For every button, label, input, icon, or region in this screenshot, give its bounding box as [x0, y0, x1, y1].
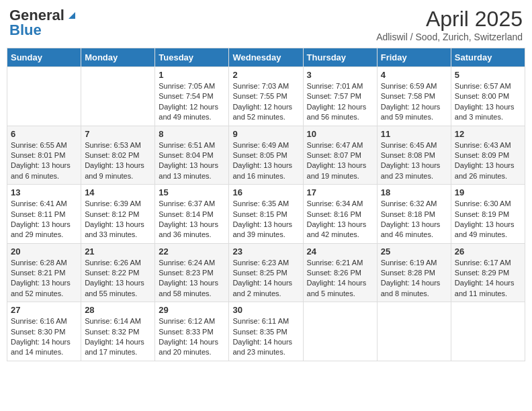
day-info: Sunrise: 6:19 AM Sunset: 8:28 PM Dayligh…: [381, 258, 447, 300]
day-number: 1: [159, 70, 225, 80]
calendar-cell: 7Sunrise: 6:53 AM Sunset: 8:02 PM Daylig…: [81, 126, 155, 185]
day-of-week-header: Tuesday: [155, 48, 229, 67]
day-number: 4: [381, 70, 447, 80]
logo-blue-text: Blue: [9, 21, 42, 39]
day-of-week-header: Thursday: [303, 48, 377, 67]
day-number: 17: [307, 187, 373, 197]
day-number: 11: [381, 129, 447, 139]
day-number: 19: [455, 187, 521, 197]
svg-marker-0: [69, 12, 75, 19]
day-info: Sunrise: 6:12 AM Sunset: 8:33 PM Dayligh…: [159, 316, 225, 358]
calendar-cell: 15Sunrise: 6:37 AM Sunset: 8:14 PM Dayli…: [155, 185, 229, 244]
day-number: 22: [159, 246, 225, 257]
calendar-cell: [451, 302, 525, 361]
day-number: 25: [381, 246, 447, 257]
day-number: 13: [11, 187, 77, 197]
calendar-cell: 28Sunrise: 6:14 AM Sunset: 8:32 PM Dayli…: [81, 302, 155, 361]
page-header: General Blue April 2025 Adliswil / Sood,…: [7, 7, 525, 42]
calendar-cell: 29Sunrise: 6:12 AM Sunset: 8:33 PM Dayli…: [155, 302, 229, 361]
day-number: 27: [11, 305, 77, 315]
calendar-cell: 4Sunrise: 6:59 AM Sunset: 7:58 PM Daylig…: [377, 67, 451, 126]
calendar-cell: 30Sunrise: 6:11 AM Sunset: 8:35 PM Dayli…: [229, 302, 303, 361]
calendar-cell: 23Sunrise: 6:23 AM Sunset: 8:25 PM Dayli…: [229, 243, 303, 302]
day-info: Sunrise: 6:35 AM Sunset: 8:15 PM Dayligh…: [232, 199, 299, 240]
calendar-cell: 27Sunrise: 6:16 AM Sunset: 8:30 PM Dayli…: [7, 302, 81, 361]
calendar-cell: 6Sunrise: 6:55 AM Sunset: 8:01 PM Daylig…: [7, 126, 81, 185]
calendar-cell: 11Sunrise: 6:45 AM Sunset: 8:08 PM Dayli…: [377, 126, 451, 185]
location-subtitle: Adliswil / Sood, Zurich, Switzerland: [376, 32, 523, 42]
day-info: Sunrise: 6:49 AM Sunset: 8:05 PM Dayligh…: [232, 140, 299, 182]
day-info: Sunrise: 6:34 AM Sunset: 8:16 PM Dayligh…: [307, 199, 373, 240]
day-number: 10: [307, 129, 373, 139]
day-info: Sunrise: 6:37 AM Sunset: 8:14 PM Dayligh…: [159, 199, 225, 240]
calendar-week-row: 1Sunrise: 7:05 AM Sunset: 7:54 PM Daylig…: [7, 67, 525, 126]
day-number: 8: [159, 129, 225, 139]
calendar-cell: 25Sunrise: 6:19 AM Sunset: 8:28 PM Dayli…: [377, 243, 451, 302]
calendar-cell: 26Sunrise: 6:17 AM Sunset: 8:29 PM Dayli…: [451, 243, 525, 302]
day-info: Sunrise: 7:05 AM Sunset: 7:54 PM Dayligh…: [159, 81, 225, 123]
day-info: Sunrise: 7:01 AM Sunset: 7:57 PM Dayligh…: [307, 81, 373, 123]
calendar-table: SundayMondayTuesdayWednesdayThursdayFrid…: [7, 48, 525, 361]
day-info: Sunrise: 6:26 AM Sunset: 8:22 PM Dayligh…: [85, 258, 151, 300]
day-number: 14: [85, 187, 151, 197]
calendar-cell: 8Sunrise: 6:51 AM Sunset: 8:04 PM Daylig…: [155, 126, 229, 185]
day-info: Sunrise: 6:41 AM Sunset: 8:11 PM Dayligh…: [11, 199, 77, 240]
day-info: Sunrise: 6:45 AM Sunset: 8:08 PM Dayligh…: [381, 140, 447, 182]
day-number: 16: [232, 187, 299, 197]
calendar-cell: 10Sunrise: 6:47 AM Sunset: 8:07 PM Dayli…: [303, 126, 377, 185]
day-number: 12: [455, 129, 521, 139]
calendar-cell: 19Sunrise: 6:30 AM Sunset: 8:19 PM Dayli…: [451, 185, 525, 244]
calendar-cell: 22Sunrise: 6:24 AM Sunset: 8:23 PM Dayli…: [155, 243, 229, 302]
calendar-cell: 24Sunrise: 6:21 AM Sunset: 8:26 PM Dayli…: [303, 243, 377, 302]
day-of-week-header: Monday: [81, 48, 155, 67]
day-number: 15: [159, 187, 225, 197]
day-of-week-header: Sunday: [7, 48, 81, 67]
day-info: Sunrise: 6:32 AM Sunset: 8:18 PM Dayligh…: [381, 199, 447, 240]
day-number: 26: [455, 246, 521, 257]
logo: General Blue: [9, 7, 78, 39]
calendar-cell: 18Sunrise: 6:32 AM Sunset: 8:18 PM Dayli…: [377, 185, 451, 244]
day-info: Sunrise: 6:51 AM Sunset: 8:04 PM Dayligh…: [159, 140, 225, 182]
calendar-cell: 13Sunrise: 6:41 AM Sunset: 8:11 PM Dayli…: [7, 185, 81, 244]
day-number: 30: [232, 305, 299, 315]
day-of-week-header: Saturday: [451, 48, 525, 67]
day-info: Sunrise: 6:55 AM Sunset: 8:01 PM Dayligh…: [11, 140, 77, 182]
logo-triangle-icon: [66, 9, 78, 21]
day-info: Sunrise: 6:59 AM Sunset: 7:58 PM Dayligh…: [381, 81, 447, 123]
day-info: Sunrise: 6:30 AM Sunset: 8:19 PM Dayligh…: [455, 199, 521, 240]
day-info: Sunrise: 6:47 AM Sunset: 8:07 PM Dayligh…: [307, 140, 373, 182]
day-number: 24: [307, 246, 373, 257]
calendar-cell: [81, 67, 155, 126]
calendar-cell: 2Sunrise: 7:03 AM Sunset: 7:55 PM Daylig…: [229, 67, 303, 126]
day-number: 7: [85, 129, 151, 139]
day-of-week-header: Wednesday: [229, 48, 303, 67]
calendar-cell: 21Sunrise: 6:26 AM Sunset: 8:22 PM Dayli…: [81, 243, 155, 302]
calendar-cell: 3Sunrise: 7:01 AM Sunset: 7:57 PM Daylig…: [303, 67, 377, 126]
day-info: Sunrise: 6:57 AM Sunset: 8:00 PM Dayligh…: [455, 81, 521, 123]
day-of-week-header: Friday: [377, 48, 451, 67]
calendar-cell: 1Sunrise: 7:05 AM Sunset: 7:54 PM Daylig…: [155, 67, 229, 126]
calendar-cell: 20Sunrise: 6:28 AM Sunset: 8:21 PM Dayli…: [7, 243, 81, 302]
calendar-cell: 12Sunrise: 6:43 AM Sunset: 8:09 PM Dayli…: [451, 126, 525, 185]
calendar-title: April 2025: [376, 7, 523, 32]
day-number: 20: [11, 246, 77, 257]
title-block: April 2025 Adliswil / Sood, Zurich, Swit…: [376, 7, 523, 42]
calendar-cell: 9Sunrise: 6:49 AM Sunset: 8:05 PM Daylig…: [229, 126, 303, 185]
calendar-cell: 14Sunrise: 6:39 AM Sunset: 8:12 PM Dayli…: [81, 185, 155, 244]
calendar-header-row: SundayMondayTuesdayWednesdayThursdayFrid…: [7, 48, 525, 67]
calendar-cell: 5Sunrise: 6:57 AM Sunset: 8:00 PM Daylig…: [451, 67, 525, 126]
day-info: Sunrise: 6:23 AM Sunset: 8:25 PM Dayligh…: [232, 258, 299, 300]
day-number: 9: [232, 129, 299, 139]
day-number: 6: [11, 129, 77, 139]
day-info: Sunrise: 6:17 AM Sunset: 8:29 PM Dayligh…: [455, 258, 521, 300]
day-number: 18: [381, 187, 447, 197]
day-number: 23: [232, 246, 299, 257]
day-info: Sunrise: 7:03 AM Sunset: 7:55 PM Dayligh…: [232, 81, 299, 123]
calendar-cell: 17Sunrise: 6:34 AM Sunset: 8:16 PM Dayli…: [303, 185, 377, 244]
calendar-week-row: 6Sunrise: 6:55 AM Sunset: 8:01 PM Daylig…: [7, 126, 525, 185]
day-info: Sunrise: 6:39 AM Sunset: 8:12 PM Dayligh…: [85, 199, 151, 240]
day-number: 28: [85, 305, 151, 315]
day-info: Sunrise: 6:11 AM Sunset: 8:35 PM Dayligh…: [232, 316, 299, 358]
day-info: Sunrise: 6:24 AM Sunset: 8:23 PM Dayligh…: [159, 258, 225, 300]
day-info: Sunrise: 6:28 AM Sunset: 8:21 PM Dayligh…: [11, 258, 77, 300]
